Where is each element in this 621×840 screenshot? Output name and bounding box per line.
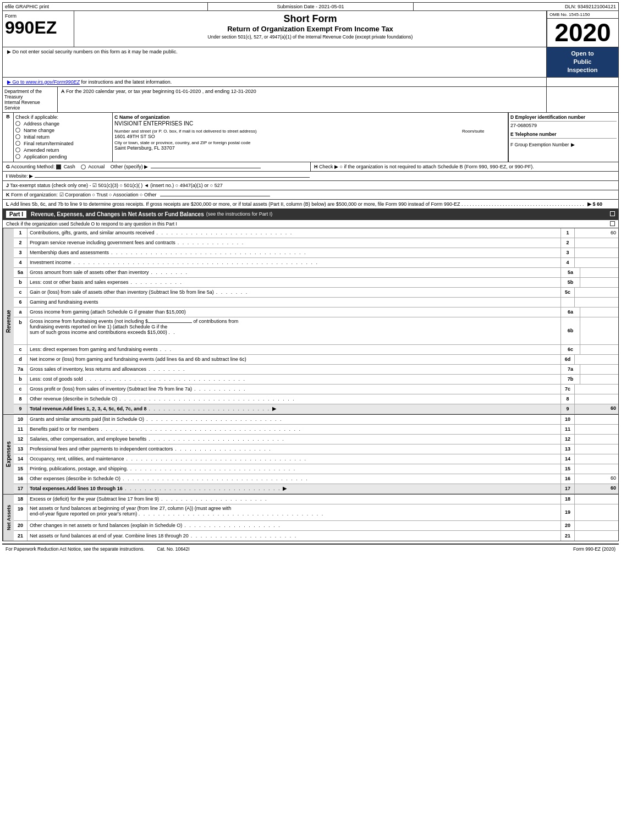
row-6c: c Less: direct expenses from gaming and … xyxy=(14,345,618,355)
section-h: H Check ▶ ○ if the organization is not r… xyxy=(311,162,618,171)
row-6b-sublabel: 6b xyxy=(560,317,580,344)
part1-label: Part I xyxy=(6,211,26,218)
l-arrow: ▶ $ 60 xyxy=(587,201,602,207)
row-6b-desc: Gross income from fundraising events (no… xyxy=(28,317,560,344)
dept-name: Department of the Treasury xyxy=(4,89,42,100)
g-label: G xyxy=(6,164,10,169)
row-18: 18 Excess or (deficit) for the year (Sub… xyxy=(14,495,618,504)
name-change-radio[interactable] xyxy=(15,128,20,133)
row-5b-desc: Less: cost or other basis and sales expe… xyxy=(28,278,560,287)
row-21-num: 21 xyxy=(14,531,28,541)
address-change-row: Address change xyxy=(15,120,111,127)
efile-label: efile GRAPHIC print xyxy=(3,3,208,10)
expenses-rows: 10 Grants and similar amounts paid (list… xyxy=(14,415,618,494)
l-dots: . . . . . . . . . . . . . . . . . . . . … xyxy=(461,201,584,207)
row-7c-value xyxy=(574,385,618,394)
row-18-line: 18 xyxy=(560,495,574,504)
other-input-line[interactable] xyxy=(151,168,261,168)
row-8-value xyxy=(574,394,618,404)
dept-block: Department of the Treasury Internal Reve… xyxy=(3,87,58,112)
addr-label: Number and street (or P. O. box, if mail… xyxy=(114,129,460,134)
cash-label: Cash xyxy=(64,164,75,169)
i-text: Website: ▶ xyxy=(9,173,33,179)
row-14-value xyxy=(574,454,618,464)
schedule-o-text: Check if the organization used Schedule … xyxy=(6,221,177,227)
row-5a-sublabel: 5a xyxy=(560,268,580,277)
final-return-radio[interactable] xyxy=(15,141,20,146)
row-8-desc: Other revenue (describe in Schedule O) .… xyxy=(28,394,560,404)
amended-return-radio[interactable] xyxy=(15,147,20,152)
row-18-value xyxy=(574,495,618,504)
amended-return-label: Amended return xyxy=(24,147,59,153)
row-12: 12 Salaries, other compensation, and emp… xyxy=(14,435,618,444)
row-10-value xyxy=(574,415,618,424)
row-5b-sub-value xyxy=(580,278,618,287)
part1-checkbox[interactable] xyxy=(610,211,615,217)
row-6c-num: c xyxy=(14,345,28,354)
other-org-input[interactable] xyxy=(160,196,270,196)
expenses-section: Expenses 10 Grants and similar amounts p… xyxy=(2,415,619,495)
schedule-o-box[interactable] xyxy=(610,221,615,226)
row-2: 2 Program service revenue including gove… xyxy=(14,238,618,248)
row-1-desc: Contributions, gifts, grants, and simila… xyxy=(28,228,560,238)
form-number-block: Form 990EZ xyxy=(3,11,74,47)
section-c-block: C Name of organization NVISIONIT ENTERPR… xyxy=(113,113,508,162)
other-label: Other (specify) ▶ xyxy=(111,164,149,169)
row-5a: 5a Gross amount from sale of assets othe… xyxy=(14,268,618,278)
dept-notice-combined: Department of the Treasury Internal Reve… xyxy=(2,87,619,113)
row-9-value: 60 xyxy=(574,404,618,414)
f-arrow: ▶ xyxy=(571,142,575,147)
row-19-value xyxy=(574,504,618,520)
row-3: 3 Membership dues and assessments . . . … xyxy=(14,248,618,258)
row-21-line: 21 xyxy=(560,531,574,541)
efile-text: efile GRAPHIC print xyxy=(5,4,49,9)
row-6-line xyxy=(560,298,574,307)
row-4-value xyxy=(574,258,618,267)
address-change-radio[interactable] xyxy=(15,121,20,126)
row-6c-sub-value xyxy=(580,345,618,354)
row-1-dots: . . . . . . . . . . . . . . . . . . . . … xyxy=(157,230,293,235)
submission-text: Submission Date - 2021-05-01 xyxy=(277,4,344,9)
d-label: D Employer identification number xyxy=(510,114,617,122)
initial-return-radio[interactable] xyxy=(15,134,20,139)
final-return-row: Final return/terminated xyxy=(15,140,111,147)
row-20: 20 Other changes in net assets or fund b… xyxy=(14,521,618,531)
row-1-num: 1 xyxy=(14,228,28,238)
section-b-row: B Check if applicable: Address change Na… xyxy=(2,113,619,162)
footer-left-text: For Paperwork Reduction Act Notice, see … xyxy=(6,546,145,552)
row-17-line: 17 xyxy=(560,484,574,493)
row-13-num: 13 xyxy=(14,444,28,454)
section-g: G Accounting Method: Cash Accrual Other … xyxy=(3,162,311,171)
row-11-value xyxy=(574,425,618,434)
website-input[interactable] xyxy=(35,177,310,178)
net-assets-section: Net Assets 18 Excess or (deficit) for th… xyxy=(2,495,619,541)
row-16: 16 Other expenses (describe in Schedule … xyxy=(14,474,618,484)
schedule-o-check-row: Check if the organization used Schedule … xyxy=(2,220,619,228)
row-13-desc: Professional fees and other payments to … xyxy=(28,444,560,454)
row-4-desc: Investment income . . . . . . . . . . . … xyxy=(28,258,560,267)
city-label: City or town, state or province, country… xyxy=(114,140,506,145)
row-7c-desc: Gross profit or (loss) from sales of inv… xyxy=(28,385,560,394)
row-19-desc: Net assets or fund balances at beginning… xyxy=(28,504,560,520)
g-h-row: G Accounting Method: Cash Accrual Other … xyxy=(2,162,619,172)
row-7a-sub-value xyxy=(580,365,618,374)
h-label: H xyxy=(314,164,318,169)
row-8-line: 8 xyxy=(560,394,574,404)
revenue-side-label: Revenue xyxy=(3,228,14,414)
i-label: I xyxy=(6,173,8,179)
row-5b-sublabel: 5b xyxy=(560,278,580,287)
notice1-row: ▶ Do not enter social security numbers o… xyxy=(2,47,619,78)
row-6d-line: 6d xyxy=(560,355,574,364)
app-pending-radio[interactable] xyxy=(15,154,20,159)
row-4: 4 Investment income . . . . . . . . . . … xyxy=(14,258,618,268)
k-text: Form of organization: ☑ Corporation ○ Tr… xyxy=(11,192,156,197)
title-section: Form 990EZ Short Form Return of Organiza… xyxy=(2,11,619,47)
notice1-text: ▶ Do not enter social security numbers o… xyxy=(3,47,547,77)
schedule-o-checkbox[interactable] xyxy=(610,211,615,216)
check-applicable-label: Check if applicable: xyxy=(15,114,111,120)
accrual-radio[interactable] xyxy=(81,164,86,169)
cash-checkbox[interactable] xyxy=(56,164,61,169)
section-i-row: I Website: ▶ xyxy=(2,172,619,181)
row-7a-desc: Gross sales of inventory, less returns a… xyxy=(28,365,560,374)
room-block: Room/suite xyxy=(462,129,506,139)
